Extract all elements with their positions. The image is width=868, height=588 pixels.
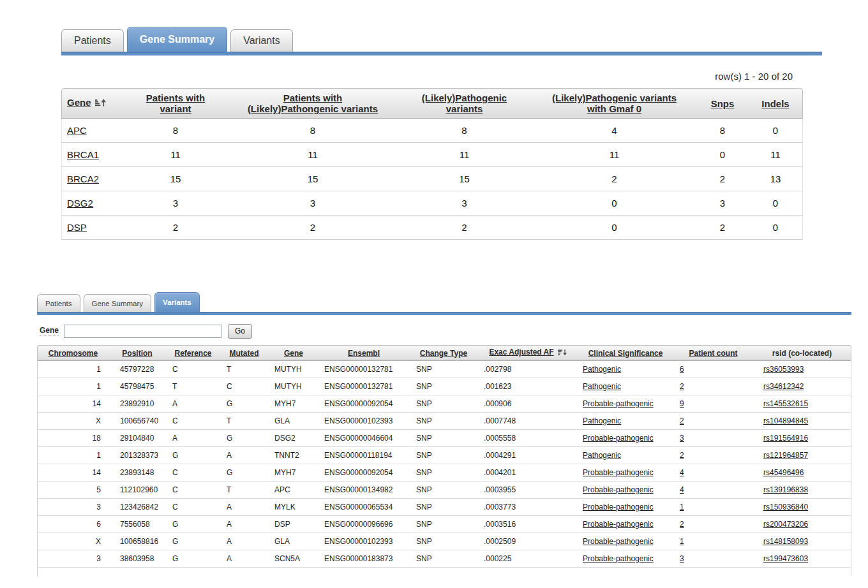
value-cell: 3 [396,191,532,216]
cell: .0003955 [479,481,578,499]
gene-filter-input[interactable] [64,325,221,338]
patient-count-link[interactable]: 3 [680,434,684,443]
tab-variants[interactable]: Variants [154,292,200,312]
value-cell: 8 [122,119,229,143]
column-header-patients-with-variant[interactable]: Patients with variant [122,88,229,119]
gene-link[interactable]: DSP [67,222,87,233]
cell: A [220,550,268,568]
clinical-significance-link[interactable]: Probable-pathogenic [583,520,654,529]
patient-count-link[interactable]: 1 [680,537,684,546]
rsid-link[interactable]: rs36053993 [763,365,804,374]
clinical-significance-link[interactable]: Pathogenic [583,382,621,391]
cell: .001623 [479,378,578,395]
clinical-significance-link[interactable]: Probable-pathogenic [583,554,654,563]
clinical-significance-link[interactable]: Probable-pathogenic [583,485,654,494]
gene-link[interactable]: DSG2 [67,198,93,209]
patient-count-link[interactable]: 9 [680,399,684,408]
column-header-likely-pathogenic-variants[interactable]: (Likely)Pathogenic variants [396,88,532,119]
clinical-significance-link[interactable]: Pathogenic [583,451,621,460]
column-header-change-type[interactable]: Change Type [408,345,479,361]
column-header-reference[interactable]: Reference [166,345,220,361]
column-header-exac-adjusted-af[interactable]: Exac Adjusted AF [479,345,578,361]
patient-count-link[interactable]: 4 [680,485,684,494]
column-header-patients-with-likely-pathongenic-variants[interactable]: Patients with (Likely)Pathongenic varian… [229,88,396,119]
rsid-link[interactable]: rs199473603 [763,554,808,563]
value-cell: 3 [122,191,229,216]
patient-count-link[interactable]: 2 [680,416,684,425]
patient-count-link[interactable]: 2 [680,382,684,391]
rsid-link[interactable]: rs145532615 [763,399,808,408]
cell: rs121964857 [753,447,851,464]
column-header-gene[interactable]: Gene [268,345,319,361]
column-header-label: Snps [711,98,735,109]
rsid-link[interactable]: rs191564916 [763,434,808,443]
clinical-significance-link[interactable]: Pathogenic [583,365,621,374]
rsid-link[interactable]: rs200473206 [763,520,808,529]
tab-variants[interactable]: Variants [230,29,293,52]
clinical-significance-link[interactable]: Probable-pathogenic [583,503,654,511]
table-row: 145797228CTMUTYHENSG00000132781SNP.00279… [37,361,851,378]
table-row: X100658816GAGLAENSG00000102393SNP.000250… [37,533,851,550]
tab-patients[interactable]: Patients [37,294,80,312]
column-header-ensembl[interactable]: Ensembl [319,345,408,361]
cell: .0002509 [479,533,578,550]
column-header-mutated[interactable]: Mutated [220,345,268,361]
column-header-indels[interactable]: Indels [749,88,803,119]
rsid-link[interactable]: rs121964857 [763,451,808,460]
cell: rs45496496 [753,464,851,481]
patient-count-link[interactable]: 2 [680,451,684,460]
go-button[interactable]: Go [228,324,252,339]
clinical-significance-link[interactable]: Probable-pathogenic [583,468,654,477]
column-header-chromosome[interactable]: Chromosome [37,345,108,361]
row-count-status: row(s) 1 - 20 of 20 [61,71,803,82]
cell: rs150936840 [753,499,851,516]
clinical-significance-link[interactable]: Probable-pathogenic [583,434,654,443]
gene-link[interactable]: APC [67,125,87,136]
rsid-link[interactable]: rs148158093 [763,537,808,546]
rsid-link[interactable]: rs45496496 [763,468,804,477]
column-header-label: Clinical Significance [588,349,663,358]
table-row: 5112102960CTAPCENSG00000134982SNP.000395… [37,481,851,499]
patient-count-link[interactable]: 1 [680,503,684,511]
rsid-link[interactable]: rs150936840 [763,503,808,511]
column-header-label: Position [122,349,152,358]
column-header-label: Gene [67,97,91,108]
tab-gene-summary[interactable]: Gene Summary [84,294,152,312]
column-header-position[interactable]: Position [108,345,166,361]
cell: .000906 [479,395,578,413]
cell: rs104894845 [753,413,851,430]
rsid-link[interactable]: rs104894845 [763,416,808,425]
tab-label: Patients [45,300,72,307]
cell: MUTYH [268,378,319,395]
clinical-significance-link[interactable]: Probable-pathogenic [583,399,654,408]
clinical-significance-link[interactable]: Probable-pathogenic [583,537,654,546]
tab-label: Gene Summary [140,34,214,45]
tab-gene-summary[interactable]: Gene Summary [127,27,227,52]
sort-descending-icon [558,348,567,358]
clinical-significance-link[interactable]: Pathogenic [583,416,621,425]
column-header-patient-count[interactable]: Patient count [673,345,753,361]
value-cell: 0 [749,119,803,143]
cell: ENSG00000092054 [319,395,408,413]
cell: Probable-pathogenic [578,516,673,533]
patient-count-link[interactable]: 3 [680,554,684,563]
column-header-snps[interactable]: Snps [696,88,749,119]
gene-link[interactable]: BRCA2 [67,173,99,184]
patient-count-link[interactable]: 2 [680,520,684,529]
patient-count-link[interactable]: 4 [680,468,684,477]
cell: C [166,499,220,516]
cell: A [220,516,268,533]
rsid-link[interactable]: rs34612342 [763,382,804,391]
patient-count-link[interactable]: 6 [680,365,684,374]
column-header-clinical-significance[interactable]: Clinical Significance [578,345,673,361]
cell: Probable-pathogenic [578,481,673,499]
cell: 1 [37,447,108,464]
tab-patients[interactable]: Patients [61,29,124,52]
cell: 1 [673,533,753,550]
gene-link[interactable]: BRCA1 [67,149,99,160]
cell: 6 [37,516,108,533]
column-header-label: Chromosome [49,349,98,358]
column-header-gene[interactable]: Gene [61,88,122,119]
column-header-likely-pathogenic-variants-with-gmaf-0[interactable]: (Likely)Pathogenic variants with Gmaf 0 [532,88,696,119]
rsid-link[interactable]: rs139196838 [763,485,808,494]
